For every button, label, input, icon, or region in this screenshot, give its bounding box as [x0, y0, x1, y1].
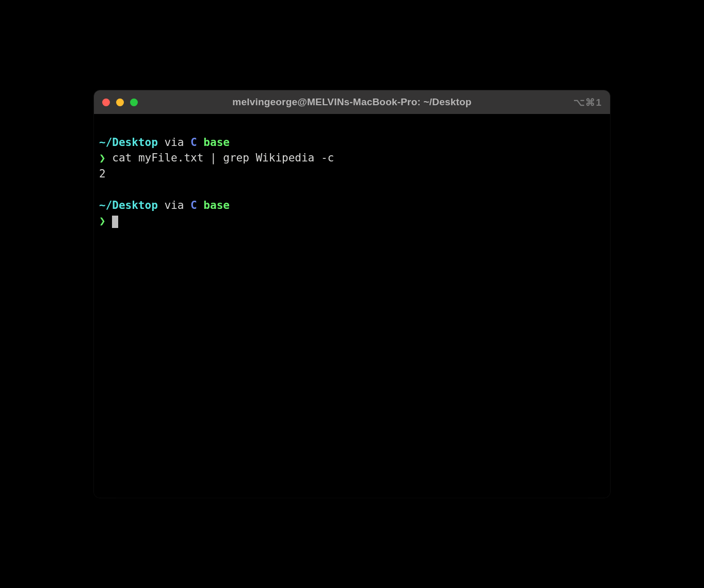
prompt-lang: C — [190, 199, 197, 211]
prompt-arrow-icon: ❯ — [99, 215, 106, 227]
prompt-context-line: ~/Desktop via C base — [99, 198, 605, 213]
command-text: cat myFile.txt | grep Wikipedia -c — [112, 152, 334, 164]
close-icon[interactable] — [102, 99, 110, 106]
prompt-via: via — [164, 136, 184, 149]
prompt-env: base — [203, 136, 230, 149]
command-line: ❯ cat myFile.txt | grep Wikipedia -c — [99, 150, 605, 166]
title-bar: melvingeorge@MELVINs-MacBook-Pro: ~/Desk… — [94, 90, 610, 114]
cursor-icon — [112, 216, 118, 228]
prompt-path: ~/Desktop — [99, 199, 158, 211]
prompt-path: ~/Desktop — [99, 136, 158, 149]
traffic-lights — [102, 99, 138, 106]
active-prompt-line[interactable]: ❯ — [99, 213, 605, 228]
blank-line — [99, 182, 605, 197]
terminal-body[interactable]: ~/Desktop via C base ❯ cat myFile.txt | … — [94, 114, 610, 498]
minimize-icon[interactable] — [116, 99, 124, 106]
terminal-window: melvingeorge@MELVINs-MacBook-Pro: ~/Desk… — [94, 90, 610, 498]
prompt-context-line: ~/Desktop via C base — [99, 135, 605, 150]
prompt-env: base — [203, 199, 230, 211]
prompt-arrow-icon: ❯ — [99, 152, 106, 164]
prompt-via: via — [164, 199, 184, 211]
prompt-lang: C — [190, 136, 197, 149]
command-output: 2 — [99, 166, 605, 182]
window-shortcut-hint: ⌥⌘1 — [573, 96, 602, 108]
window-title: melvingeorge@MELVINs-MacBook-Pro: ~/Desk… — [232, 96, 471, 108]
maximize-icon[interactable] — [130, 99, 138, 106]
